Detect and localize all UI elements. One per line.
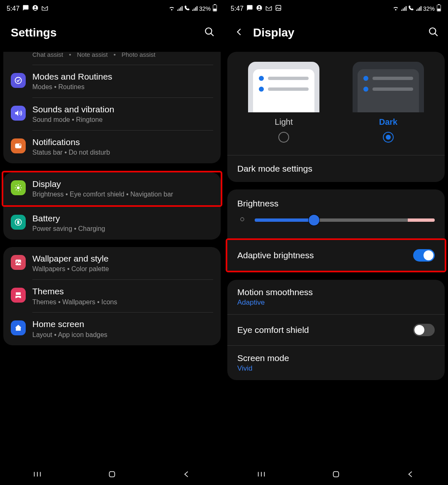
brightness-card: Brightness <box>227 189 445 238</box>
row-sounds-vibration[interactable]: Sounds and vibration Sound mode • Ringto… <box>3 98 221 131</box>
svg-point-8 <box>19 144 21 146</box>
toggle-adaptive[interactable] <box>413 249 435 262</box>
row-notifications[interactable]: Notifications Status bar • Do not distur… <box>3 131 221 163</box>
theme-option-dark[interactable]: Dark <box>353 62 424 143</box>
call-icon <box>184 5 190 12</box>
sound-icon <box>11 106 26 121</box>
svg-point-13 <box>17 261 18 262</box>
radio-dark[interactable] <box>383 132 394 143</box>
row-themes[interactable]: Themes Themes • Wallpapers • Icons <box>3 280 221 313</box>
status-bar-r: 5:47 32% <box>224 0 448 15</box>
settings-group-1: Chat assist•Note assist•Photo assist Mod… <box>3 52 221 163</box>
svg-point-16 <box>258 6 260 8</box>
battery-icon <box>212 4 217 13</box>
svg-point-1 <box>34 6 36 8</box>
row-adaptive-brightness[interactable]: Adaptive brightness <box>227 240 445 271</box>
back-button[interactable] <box>235 27 244 38</box>
phone-display-settings: 5:47 32% Display <box>224 0 448 485</box>
row-modes-routines[interactable]: Modes and Routines Modes • Routines <box>3 65 221 98</box>
nav-back[interactable] <box>406 470 415 480</box>
gmail-icon <box>41 5 48 12</box>
light-preview <box>248 62 319 112</box>
svg-point-9 <box>17 187 20 189</box>
row-display[interactable]: Display Brightness • Eye comfort shield … <box>3 172 221 205</box>
svg-rect-20 <box>437 9 440 11</box>
battery-pct: 32% <box>423 5 435 12</box>
brightness-heading: Brightness <box>227 189 445 213</box>
highlight-display-row: Display Brightness • Eye comfort shield … <box>2 171 222 207</box>
status-bar: 5:47 32% <box>0 0 224 15</box>
battery-pct: 32% <box>199 5 211 12</box>
cutoff-row-assist: Chat assist•Note assist•Photo assist <box>3 52 221 63</box>
status-time: 5:47 <box>231 5 243 12</box>
svg-rect-14 <box>110 472 115 477</box>
row-wallpaper[interactable]: Wallpaper and style Wallpapers • Color p… <box>3 247 221 280</box>
nav-home[interactable] <box>331 470 341 480</box>
settings-group-2: Battery Power saving • Charging <box>3 207 221 240</box>
header-settings: Settings <box>0 15 224 52</box>
modes-icon <box>11 73 26 88</box>
row-motion-smoothness[interactable]: Motion smoothness Adaptive <box>227 280 445 314</box>
sub: Modes • Routines <box>32 83 212 92</box>
row-screen-mode[interactable]: Screen mode Vivid <box>227 346 445 380</box>
dark-preview <box>353 62 424 112</box>
phone-settings-list: 5:47 32% Settings Chat assist <box>0 0 224 485</box>
signal-icon <box>401 5 407 12</box>
wifi-icon <box>392 5 399 12</box>
nav-recents[interactable] <box>33 470 42 480</box>
signal2-icon <box>192 5 197 12</box>
nav-back[interactable] <box>182 470 191 480</box>
page-title: Display <box>253 26 295 39</box>
home-icon <box>11 320 26 335</box>
status-time: 5:47 <box>7 5 19 12</box>
svg-rect-12 <box>15 260 21 265</box>
account-icon <box>256 5 263 13</box>
radio-light[interactable] <box>278 132 289 143</box>
row-battery[interactable]: Battery Power saving • Charging <box>3 207 221 240</box>
highlight-adaptive-brightness: Adaptive brightness <box>226 238 446 272</box>
toggle-eye-comfort[interactable] <box>413 324 435 336</box>
chat-icon <box>22 5 29 13</box>
battery-settings-icon <box>11 215 26 230</box>
svg-rect-24 <box>334 472 339 477</box>
svg-rect-19 <box>438 4 440 5</box>
battery-icon <box>436 4 441 13</box>
display-options-card: Motion smoothness Adaptive Eye comfort s… <box>227 280 445 380</box>
theme-option-light[interactable]: Light <box>248 62 319 143</box>
svg-rect-17 <box>276 5 281 10</box>
search-icon[interactable] <box>204 27 215 39</box>
gmail-icon <box>265 5 272 12</box>
adaptive-label: Adaptive brightness <box>237 250 314 260</box>
svg-point-6 <box>15 78 22 84</box>
picture-icon <box>275 5 282 13</box>
row-eye-comfort[interactable]: Eye comfort shield <box>227 315 445 345</box>
svg-rect-4 <box>213 9 216 11</box>
svg-rect-11 <box>17 221 19 224</box>
settings-group-3: Wallpaper and style Wallpapers • Color p… <box>3 247 221 345</box>
brightness-slider[interactable] <box>255 218 435 222</box>
label: Modes and Routines <box>32 71 212 82</box>
chat-icon <box>246 5 253 13</box>
theme-card: Light Dark Dark mode settings <box>227 52 445 182</box>
row-home-screen[interactable]: Home screen Layout • App icon badges <box>3 313 221 345</box>
svg-point-5 <box>205 28 212 34</box>
search-icon[interactable] <box>428 27 439 39</box>
svg-point-21 <box>429 28 436 34</box>
light-label: Light <box>275 117 292 127</box>
nav-home[interactable] <box>107 470 117 480</box>
header-display: Display <box>224 15 448 52</box>
themes-icon <box>11 288 26 303</box>
svg-point-22 <box>241 218 244 221</box>
dark-label: Dark <box>379 117 397 127</box>
svg-point-23 <box>239 216 246 223</box>
display-icon <box>11 180 26 195</box>
row-dark-mode-settings[interactable]: Dark mode settings <box>227 155 445 182</box>
svg-rect-3 <box>214 4 216 5</box>
account-icon <box>32 5 39 13</box>
wifi-icon <box>168 5 175 12</box>
sun-icon <box>237 214 247 226</box>
wallpaper-icon <box>11 255 26 270</box>
nav-bar <box>0 465 224 485</box>
nav-recents[interactable] <box>257 470 266 480</box>
call-icon <box>408 5 414 12</box>
